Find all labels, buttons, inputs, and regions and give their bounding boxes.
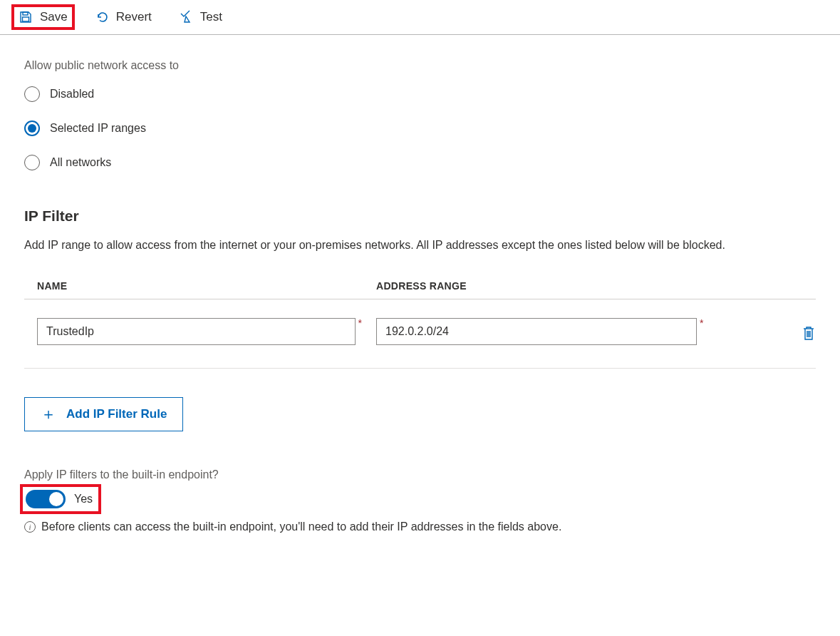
- column-header-address-range: ADDRESS RANGE: [376, 280, 816, 292]
- revert-icon: [95, 10, 109, 24]
- column-header-name: NAME: [37, 280, 376, 292]
- table-row: * *: [24, 299, 816, 369]
- info-text: Before clients can access the built-in e…: [41, 520, 561, 533]
- apply-to-builtin-toggle-row: Yes: [24, 488, 97, 510]
- plus-icon: ＋: [41, 406, 56, 422]
- network-access-radio-group: Disabled Selected IP ranges All networks: [24, 86, 816, 170]
- network-access-label: Allow public network access to: [24, 59, 816, 72]
- svg-rect-0: [23, 12, 28, 15]
- save-icon: [19, 10, 33, 24]
- add-ip-filter-rule-button[interactable]: ＋ Add IP Filter Rule: [24, 397, 183, 431]
- radio-circle: [24, 155, 40, 170]
- radio-selected-ip-ranges[interactable]: Selected IP ranges: [24, 120, 816, 136]
- cell-name: *: [37, 318, 376, 345]
- cell-address-range: *: [376, 318, 787, 345]
- info-row: i Before clients can access the built-in…: [24, 520, 816, 533]
- required-mark: *: [700, 318, 703, 328]
- save-label: Save: [40, 10, 68, 24]
- test-label: Test: [200, 10, 222, 24]
- trash-icon: [802, 331, 816, 343]
- ip-filter-table-header: NAME ADDRESS RANGE: [24, 280, 816, 299]
- ip-filter-heading: IP Filter: [24, 207, 816, 225]
- radio-circle: [24, 120, 40, 136]
- radio-label: Disabled: [50, 88, 94, 101]
- content: Allow public network access to Disabled …: [0, 35, 840, 533]
- toggle-knob: [49, 492, 63, 506]
- radio-disabled[interactable]: Disabled: [24, 86, 816, 102]
- info-icon: i: [24, 521, 36, 533]
- apply-to-builtin-toggle[interactable]: [26, 490, 66, 508]
- delete-row-button[interactable]: [802, 325, 816, 343]
- toggle-value-label: Yes: [74, 493, 93, 506]
- apply-to-builtin-section: Apply IP filters to the built-in endpoin…: [24, 468, 816, 533]
- svg-rect-1: [23, 17, 29, 21]
- test-icon: [179, 10, 193, 24]
- radio-circle: [24, 86, 40, 102]
- required-mark: *: [358, 318, 362, 328]
- apply-to-builtin-label: Apply IP filters to the built-in endpoin…: [24, 468, 816, 481]
- radio-label: All networks: [50, 156, 111, 169]
- filter-name-input[interactable]: [37, 318, 356, 345]
- radio-label: Selected IP ranges: [50, 122, 146, 135]
- radio-all-networks[interactable]: All networks: [24, 155, 816, 170]
- add-button-label: Add IP Filter Rule: [66, 407, 167, 421]
- save-button[interactable]: Save: [13, 6, 73, 29]
- test-button[interactable]: Test: [173, 6, 228, 29]
- revert-label: Revert: [116, 10, 152, 24]
- ip-filter-description: Add IP range to allow access from the in…: [24, 239, 816, 252]
- revert-button[interactable]: Revert: [89, 6, 157, 29]
- filter-address-input[interactable]: [376, 318, 697, 345]
- toolbar: Save Revert Test: [0, 0, 840, 35]
